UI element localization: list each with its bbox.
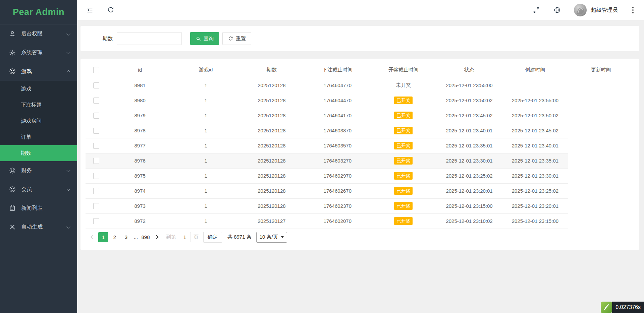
sidebar-item-label: 财务: [21, 167, 67, 174]
user-menu[interactable]: 超级管理员: [574, 4, 618, 16]
cell-id: 8974: [107, 183, 173, 198]
cell-game-id: 1: [173, 123, 238, 138]
cell-id: 8981: [107, 78, 173, 93]
cell-bet-deadline: 1764602070: [305, 213, 370, 229]
cell-created: 2025-12-01 23:55:00: [436, 78, 502, 93]
table-row: 8972 1 2025120127 1764602070 已开奖 2025-12…: [86, 213, 634, 229]
status-badge: 已开奖: [394, 202, 413, 210]
cell-bet-deadline: 1764604170: [305, 108, 370, 123]
tools-icon: [9, 223, 16, 231]
chevron-left-icon: [91, 235, 95, 239]
sidebar-item-finance[interactable]: 财务: [0, 161, 77, 180]
prev-page-button[interactable]: [88, 232, 98, 242]
row-checkbox[interactable]: [93, 158, 99, 164]
cell-period: 2025120128: [239, 168, 305, 183]
cell-game-id: 1: [173, 198, 238, 213]
column-header-status: 状态: [436, 62, 502, 78]
cell-game-id: 1: [173, 138, 238, 153]
sidebar-item-system[interactable]: 系统管理: [0, 43, 77, 62]
submenu-item-game-room[interactable]: 游戏房间: [0, 113, 77, 129]
cell-period: 2025120128: [239, 153, 305, 168]
row-checkbox[interactable]: [93, 188, 99, 194]
row-checkbox[interactable]: [93, 98, 99, 104]
page-button-2[interactable]: 2: [110, 232, 120, 242]
refresh-button[interactable]: [107, 6, 115, 14]
collapse-icon: [86, 6, 94, 14]
cell-game-id: 1: [173, 183, 238, 198]
cell-id: 8978: [107, 123, 173, 138]
cell-bet-deadline: 1764603870: [305, 123, 370, 138]
cell-id: 8975: [107, 168, 173, 183]
row-checkbox[interactable]: [93, 143, 99, 149]
row-checkbox[interactable]: [93, 218, 99, 224]
table-row: 8980 1 2025120128 1764604470 已开奖 2025-12…: [86, 93, 634, 108]
submenu-item-bet-title[interactable]: 下注标题: [0, 97, 77, 113]
reset-button[interactable]: 重置: [222, 32, 251, 45]
page-button-1[interactable]: 1: [98, 232, 108, 242]
cell-updated: 2025-12-01 23:15:00: [502, 213, 568, 229]
status-badge: 已开奖: [394, 112, 413, 119]
period-table-card: id 游戏id 期数 下注截止时间 开奖截止时间 状态 创建时间 更新时间 89…: [80, 59, 639, 250]
column-header-updated: 更新时间: [568, 62, 634, 78]
user-icon: [9, 30, 16, 38]
sidebar-item-game[interactable]: 游戏: [0, 62, 77, 81]
cell-bet-deadline: 1764602670: [305, 183, 370, 198]
page-button-3[interactable]: 3: [121, 232, 131, 242]
sidebar-item-label: 新闻列表: [21, 205, 70, 212]
query-button[interactable]: 查询: [190, 32, 219, 45]
chevron-down-icon: [66, 187, 70, 191]
goto-page-input[interactable]: [179, 232, 191, 242]
chevron-right-icon: [154, 235, 159, 239]
table-row: 8978 1 2025120128 1764603870 已开奖 2025-12…: [86, 123, 634, 138]
column-header-game-id: 游戏id: [173, 62, 238, 78]
cell-updated: [502, 78, 568, 93]
chevron-down-icon: [66, 225, 70, 228]
menu-collapse-button[interactable]: [86, 6, 94, 14]
row-checkbox[interactable]: [93, 173, 99, 179]
submenu-item-order[interactable]: 订单: [0, 129, 77, 145]
cell-game-id: 1: [173, 78, 238, 93]
row-checkbox[interactable]: [93, 203, 99, 209]
period-search-input[interactable]: [117, 32, 182, 45]
cell-game-id: 1: [173, 168, 238, 183]
table-body: 8981 1 2025120128 1764604770 未开奖 2025-12…: [86, 78, 634, 229]
sidebar-submenu-game: 游戏 下注标题 游戏房间 订单 期数: [0, 81, 77, 161]
page-size-select[interactable]: 10 条/页: [256, 232, 287, 243]
sidebar-item-permissions[interactable]: 后台权限: [0, 24, 77, 43]
search-form: 期数 查询 重置: [80, 26, 639, 51]
sidebar-item-label: 会员: [21, 186, 67, 193]
select-all-checkbox[interactable]: [93, 67, 99, 73]
main-area: 超级管理员 期数 查询 重置 id: [77, 0, 644, 313]
cell-period: 2025120128: [239, 198, 305, 213]
language-button[interactable]: [553, 6, 561, 14]
search-icon: [196, 36, 201, 42]
next-page-button[interactable]: [151, 232, 161, 242]
row-checkbox[interactable]: [93, 113, 99, 119]
sidebar-item-autogen[interactable]: 自动生成: [0, 217, 77, 236]
cell-bet-deadline: 1764604770: [305, 78, 370, 93]
sidebar-item-member[interactable]: 会员: [0, 180, 77, 199]
goto-confirm-button[interactable]: 确定: [203, 232, 222, 243]
status-badge: 已开奖: [394, 187, 413, 195]
page-button-898[interactable]: 898: [141, 232, 151, 242]
table-row: 8981 1 2025120128 1764604770 未开奖 2025-12…: [86, 78, 634, 93]
thinkphp-logo-icon[interactable]: [601, 302, 612, 313]
row-checkbox[interactable]: [93, 128, 99, 134]
more-button[interactable]: [631, 5, 635, 15]
chevron-down-icon: [66, 168, 70, 172]
cell-status: 已开奖: [371, 153, 436, 168]
username-label: 超级管理员: [591, 7, 618, 14]
cell-id: 8972: [107, 213, 173, 229]
sidebar-item-news[interactable]: 新闻列表: [0, 199, 77, 217]
row-checkbox[interactable]: [93, 82, 99, 88]
column-header-bet-deadline: 下注截止时间: [305, 62, 370, 78]
cell-updated: 2025-12-01 23:30:01: [502, 168, 568, 183]
cell-created: 2025-12-01 23:15:00: [436, 198, 502, 213]
render-time-label: 0.027376s: [612, 302, 644, 313]
submenu-item-game[interactable]: 游戏: [0, 81, 77, 97]
cell-bet-deadline: 1764602370: [305, 198, 370, 213]
fullscreen-button[interactable]: [532, 6, 540, 14]
cell-period: 2025120127: [239, 213, 305, 229]
caret-down-icon: [281, 236, 284, 238]
submenu-item-period[interactable]: 期数: [0, 145, 77, 161]
